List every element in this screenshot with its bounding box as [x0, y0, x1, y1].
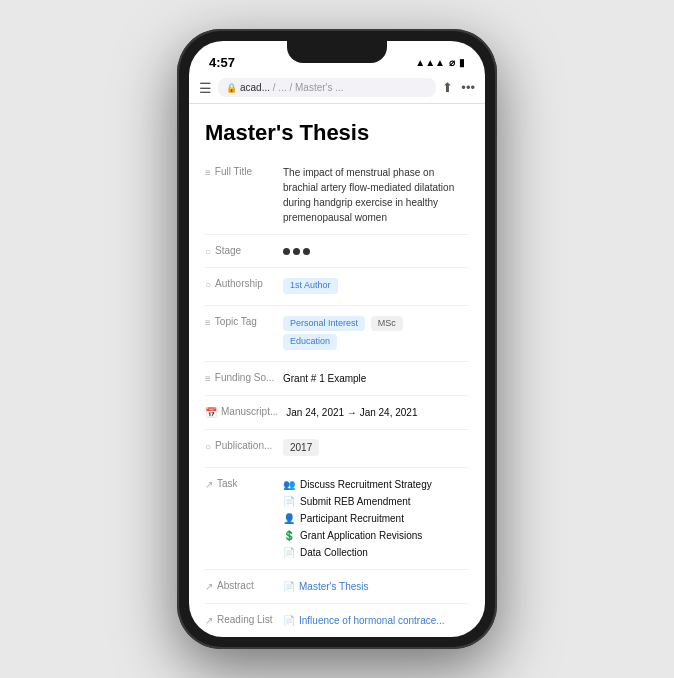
prop-value-topic: Personal Interest MSc Education — [283, 315, 469, 352]
task-text-4: Grant Application Revisions — [300, 528, 422, 543]
authorship-tag[interactable]: 1st Author — [283, 278, 338, 294]
abstract-link[interactable]: Master's Thesis — [299, 579, 369, 594]
list-icon-funding: ≡ — [205, 373, 211, 384]
circle-icon-publication: ○ — [205, 441, 211, 452]
arrow-icon-task: ↗ — [205, 479, 213, 490]
battery-icon: ▮ — [459, 57, 465, 68]
calendar-icon: 📅 — [205, 407, 217, 418]
status-icons: ▲▲▲ ⌀ ▮ — [415, 57, 465, 68]
wifi-icon: ⌀ — [449, 57, 455, 68]
tag-education[interactable]: Education — [283, 334, 337, 350]
prop-value-reading: 📄 Influence of hormonal contrace... — [283, 613, 469, 628]
prop-label-funding: Funding So... — [215, 372, 274, 383]
phone-frame: 4:57 ▲▲▲ ⌀ ▮ ☰ 🔒 acad... / ... / Master'… — [177, 29, 497, 649]
publication-year-tag[interactable]: 2017 — [283, 439, 319, 456]
circle-icon-authorship: ○ — [205, 279, 211, 290]
task-item-3[interactable]: 👤 Participant Recruitment — [283, 511, 469, 526]
list-icon-topic: ≡ — [205, 317, 211, 328]
list-icon: ≡ — [205, 167, 211, 178]
phone-screen: 4:57 ▲▲▲ ⌀ ▮ ☰ 🔒 acad... / ... / Master'… — [189, 41, 485, 637]
arrow-icon-abstract: ↗ — [205, 581, 213, 592]
prop-label-publication: Publication... — [215, 440, 272, 451]
page-title: Master's Thesis — [205, 120, 469, 146]
prop-value-full-title: The impact of menstrual phase on brachia… — [283, 165, 469, 225]
task-text-3: Participant Recruitment — [300, 511, 404, 526]
arrow-icon-reading: ↗ — [205, 615, 213, 626]
person-icon: 👤 — [283, 511, 295, 526]
doc-icon-2: 📄 — [283, 545, 295, 560]
dollar-icon: 💲 — [283, 528, 295, 543]
reading-doc-icon: 📄 — [283, 613, 295, 628]
prop-label-authorship: Authorship — [215, 278, 263, 289]
browser-bar: ☰ 🔒 acad... / ... / Master's ... ⬆ ••• — [189, 74, 485, 104]
property-abstract: ↗ Abstract 📄 Master's Thesis — [205, 574, 469, 599]
dot-2 — [293, 248, 300, 255]
prop-label-task: Task — [217, 478, 238, 489]
prop-label-topic: Topic Tag — [215, 316, 257, 327]
prop-icon-label-stage: ○ Stage — [205, 244, 275, 257]
property-funding: ≡ Funding So... Grant # 1 Example — [205, 366, 469, 391]
abstract-doc-icon: 📄 — [283, 579, 295, 594]
prop-label-stage: Stage — [215, 245, 241, 256]
prop-icon-label-abstract: ↗ Abstract — [205, 579, 275, 592]
signal-icon: ▲▲▲ — [415, 57, 445, 68]
lock-icon: 🔒 — [226, 83, 237, 93]
task-item-2[interactable]: 📄 Submit REB Amendment — [283, 494, 469, 509]
property-manuscript: 📅 Manuscript... Jan 24, 2021 → Jan 24, 2… — [205, 400, 469, 425]
prop-icon-label-manuscript: 📅 Manuscript... — [205, 405, 278, 418]
prop-icon-label-full-title: ≡ Full Title — [205, 165, 275, 178]
prop-value-authorship: 1st Author — [283, 277, 469, 296]
prop-icon-label-authorship: ○ Authorship — [205, 277, 275, 290]
prop-label-full-title: Full Title — [215, 166, 252, 177]
prop-label-manuscript: Manuscript... — [221, 406, 278, 417]
prop-icon-label-funding: ≡ Funding So... — [205, 371, 275, 384]
property-publication: ○ Publication... 2017 — [205, 434, 469, 463]
prop-icon-label-topic: ≡ Topic Tag — [205, 315, 275, 328]
circle-icon-stage: ○ — [205, 246, 211, 257]
prop-value-publication: 2017 — [283, 439, 469, 458]
prop-label-abstract: Abstract — [217, 580, 254, 591]
more-icon[interactable]: ••• — [461, 80, 475, 95]
url-bar[interactable]: 🔒 acad... / ... / Master's ... — [218, 78, 436, 97]
prop-icon-label-task: ↗ Task — [205, 477, 275, 490]
prop-value-manuscript: Jan 24, 2021 → Jan 24, 2021 — [286, 405, 469, 420]
task-list: 👥 Discuss Recruitment Strategy 📄 Submit … — [283, 477, 469, 560]
reading-link[interactable]: Influence of hormonal contrace... — [299, 613, 445, 628]
prop-value-abstract: 📄 Master's Thesis — [283, 579, 469, 594]
hamburger-icon[interactable]: ☰ — [199, 80, 212, 96]
dot-3 — [303, 248, 310, 255]
task-item-4[interactable]: 💲 Grant Application Revisions — [283, 528, 469, 543]
phone-notch — [287, 41, 387, 63]
property-reading-list: ↗ Reading List 📄 Influence of hormonal c… — [205, 608, 469, 633]
property-topic-tag: ≡ Topic Tag Personal Interest MSc Educat… — [205, 310, 469, 357]
people-icon: 👥 — [283, 477, 295, 492]
property-authorship: ○ Authorship 1st Author — [205, 272, 469, 301]
page-content: Master's Thesis ≡ Full Title The impact … — [189, 104, 485, 637]
stage-dots — [283, 244, 310, 255]
prop-icon-label-publication: ○ Publication... — [205, 439, 275, 452]
tag-msc[interactable]: MSc — [371, 316, 403, 332]
share-icon[interactable]: ⬆ — [442, 80, 453, 95]
prop-label-reading: Reading List — [217, 614, 273, 625]
prop-value-funding: Grant # 1 Example — [283, 371, 469, 386]
property-stage: ○ Stage — [205, 239, 469, 263]
browser-actions: ⬆ ••• — [442, 80, 475, 95]
status-time: 4:57 — [209, 55, 235, 70]
task-text-1: Discuss Recruitment Strategy — [300, 477, 432, 492]
url-text: acad... / ... / Master's ... — [240, 82, 344, 93]
prop-icon-label-reading: ↗ Reading List — [205, 613, 275, 626]
property-full-title: ≡ Full Title The impact of menstrual pha… — [205, 160, 469, 230]
doc-icon-1: 📄 — [283, 494, 295, 509]
task-item-1[interactable]: 👥 Discuss Recruitment Strategy — [283, 477, 469, 492]
task-text-5: Data Collection — [300, 545, 368, 560]
task-text-2: Submit REB Amendment — [300, 494, 411, 509]
dot-1 — [283, 248, 290, 255]
task-item-5[interactable]: 📄 Data Collection — [283, 545, 469, 560]
property-task: ↗ Task 👥 Discuss Recruitment Strategy 📄 … — [205, 472, 469, 565]
tag-personal-interest[interactable]: Personal Interest — [283, 316, 365, 332]
